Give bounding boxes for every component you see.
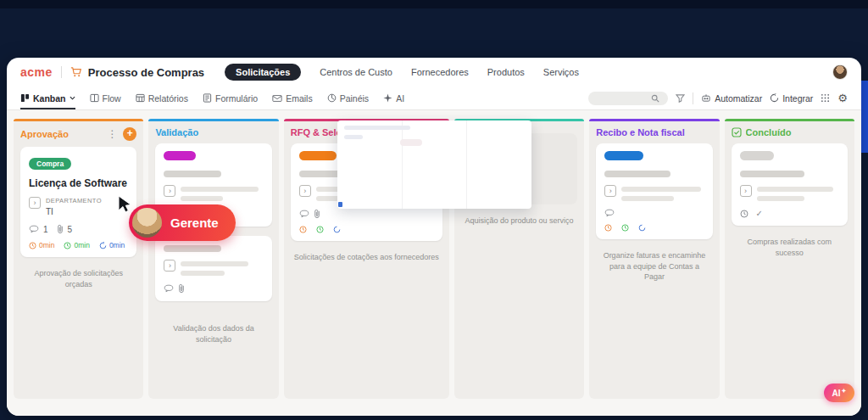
collaborator-presence-tag: Gerente bbox=[129, 204, 236, 241]
card-label-badge: Compra bbox=[29, 158, 71, 170]
dashboard-icon bbox=[327, 93, 337, 103]
comments-icon bbox=[164, 284, 174, 293]
board-title: Processo de Compras bbox=[88, 66, 204, 79]
card-times-row bbox=[299, 226, 434, 233]
view-flow[interactable]: Flow bbox=[90, 87, 121, 109]
skeleton-bar bbox=[621, 196, 674, 201]
checkbox-icon bbox=[732, 127, 742, 137]
top-bar: acme Processo de Compras Solicitações Ce… bbox=[7, 58, 861, 87]
cart-icon bbox=[70, 66, 82, 78]
view-paineis[interactable]: Painéis bbox=[327, 87, 369, 109]
form-icon bbox=[203, 93, 212, 103]
comments-count: 1 bbox=[43, 225, 48, 234]
sparkle-icon bbox=[383, 93, 392, 103]
skeleton-bar bbox=[181, 261, 248, 266]
column-name: Aprovação bbox=[20, 129, 107, 139]
skeleton-bar bbox=[757, 187, 833, 192]
chevron-down-icon bbox=[70, 96, 75, 100]
clock-icon bbox=[621, 224, 629, 232]
clock-icon bbox=[740, 210, 748, 218]
skeleton-field: › bbox=[740, 185, 839, 201]
skeleton-title bbox=[740, 171, 804, 177]
skeleton-field: › bbox=[604, 185, 704, 201]
acme-logo[interactable]: acme bbox=[20, 65, 53, 79]
card-field-departamento: › DEPARTAMENTO TI bbox=[29, 197, 128, 216]
view-kanban[interactable]: Kanban bbox=[20, 87, 75, 109]
column-description: Solicitações de cotações aos fornecedore… bbox=[294, 252, 439, 263]
time-cycle: 0min bbox=[64, 241, 89, 249]
refresh-icon bbox=[99, 242, 107, 249]
clock-icon bbox=[29, 242, 36, 249]
tab-produtos[interactable]: Produtos bbox=[487, 67, 525, 77]
popup-section bbox=[403, 120, 468, 209]
integrate-button[interactable]: Integrar bbox=[770, 93, 813, 104]
column-name: Recibo e Nota fiscal bbox=[596, 127, 712, 137]
skeleton-badge bbox=[164, 151, 196, 160]
tab-fornecedores[interactable]: Fornecedores bbox=[411, 67, 469, 77]
done-check-icon: ✓ bbox=[756, 209, 763, 218]
field-icon: › bbox=[164, 260, 175, 272]
ghost-text bbox=[344, 126, 410, 130]
view-ai[interactable]: AI bbox=[383, 87, 404, 109]
ghost-text bbox=[344, 135, 363, 139]
column-description: Aquisição do produto ou serviço bbox=[465, 216, 574, 227]
column-description: Validação dos dados da solicitação bbox=[159, 323, 268, 344]
refresh-icon bbox=[638, 224, 646, 232]
filter-icon[interactable] bbox=[676, 94, 685, 103]
skeleton-title bbox=[604, 171, 670, 177]
popup-section bbox=[337, 120, 403, 209]
clock-icon bbox=[299, 226, 307, 233]
view-relatorios[interactable]: Relatórios bbox=[136, 87, 188, 109]
skeleton-card[interactable]: › bbox=[596, 143, 712, 239]
envelope-icon bbox=[272, 94, 282, 103]
column-header: Aprovação ⋮ + bbox=[14, 121, 143, 144]
clock-icon bbox=[604, 224, 612, 232]
blank-popup-panel bbox=[337, 120, 531, 209]
view-emails[interactable]: Emails bbox=[272, 87, 313, 109]
flow-icon bbox=[90, 93, 99, 103]
user-avatar[interactable] bbox=[832, 64, 848, 80]
ai-assistant-button[interactable]: AI✦ bbox=[824, 384, 854, 402]
card-times-row: 0min 0min 0min bbox=[29, 241, 128, 249]
skeleton-badge bbox=[604, 151, 643, 160]
field-icon: › bbox=[29, 197, 41, 209]
refresh-icon bbox=[333, 226, 341, 233]
card-meta-row: 1 5 bbox=[29, 224, 128, 234]
skeleton-bar bbox=[757, 196, 804, 201]
view-formulario[interactable]: Formulário bbox=[203, 87, 258, 109]
field-icon: › bbox=[299, 185, 311, 197]
add-card-button[interactable]: + bbox=[123, 127, 136, 141]
clock-icon bbox=[316, 226, 324, 233]
column-header: Recibo e Nota fiscal bbox=[589, 121, 719, 141]
column-menu-icon[interactable]: ⋮ bbox=[107, 128, 117, 140]
skeleton-bar bbox=[181, 187, 259, 192]
tab-servicos[interactable]: Serviços bbox=[543, 67, 579, 77]
column-concluido: Concluído › ✓ bbox=[725, 119, 854, 399]
apps-grid-icon[interactable] bbox=[821, 93, 830, 103]
column-recibo-nota-fiscal: Recibo e Nota fiscal › bbox=[589, 119, 719, 399]
popup-blue-mark bbox=[338, 202, 342, 207]
field-icon: › bbox=[604, 185, 616, 197]
search-box[interactable] bbox=[588, 92, 668, 105]
column-description: Compras realizadas com sucesso bbox=[735, 237, 844, 258]
column-header: Concluído bbox=[725, 121, 854, 141]
settings-gear-icon[interactable]: ⚙ bbox=[837, 92, 848, 104]
field-value: TI bbox=[46, 207, 102, 216]
kanban-icon bbox=[20, 93, 30, 103]
desktop-background: acme Processo de Compras Solicitações Ce… bbox=[0, 0, 868, 420]
automate-button[interactable]: Automatizar bbox=[701, 93, 762, 104]
skeleton-card[interactable]: › bbox=[155, 236, 271, 301]
column-validacao: Validação › bbox=[148, 119, 278, 399]
column-description: Organize faturas e encaminhe para a equi… bbox=[599, 250, 709, 283]
tab-centros-de-custo[interactable]: Centros de Custo bbox=[320, 67, 392, 77]
integrations-icon bbox=[770, 93, 779, 103]
skeleton-title bbox=[164, 245, 221, 252]
collaborator-cursor-icon bbox=[116, 194, 135, 216]
attachments-icon bbox=[57, 224, 64, 234]
search-input[interactable] bbox=[593, 93, 651, 103]
tab-solicitacoes[interactable]: Solicitações bbox=[225, 64, 301, 81]
skeleton-card[interactable]: › ✓ bbox=[732, 143, 848, 226]
popup-section bbox=[467, 120, 531, 209]
field-label: DEPARTAMENTO bbox=[46, 197, 102, 204]
attachments-icon bbox=[178, 283, 185, 294]
